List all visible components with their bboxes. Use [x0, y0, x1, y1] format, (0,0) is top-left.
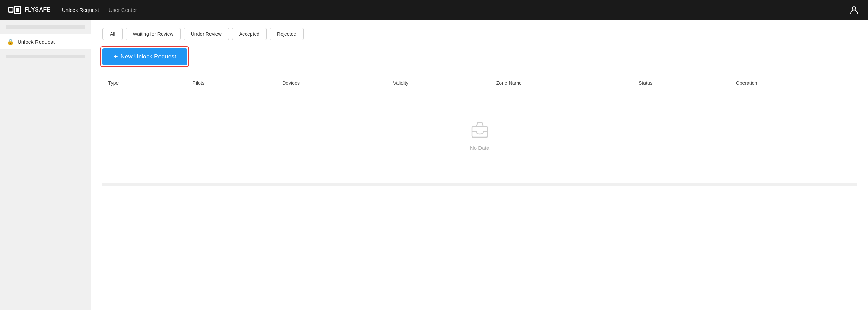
col-pilots: Pilots — [187, 75, 277, 91]
main-content: All Waiting for Review Under Review Acce… — [91, 20, 868, 310]
data-table: Type Pilots Devices Validity Zone Name S… — [102, 75, 857, 172]
navbar-right — [848, 4, 860, 15]
col-type: Type — [102, 75, 187, 91]
col-validity: Validity — [387, 75, 491, 91]
sidebar-bottom-bar — [6, 55, 85, 58]
svg-point-5 — [852, 7, 856, 10]
app-layout: 🔒 Unlock Request All Waiting for Review … — [0, 20, 868, 310]
nav-user-center[interactable]: User Center — [109, 7, 137, 13]
sidebar-top-bar — [6, 25, 85, 29]
nav-links: Unlock Request User Center — [62, 7, 137, 13]
new-unlock-request-button[interactable]: + New Unlock Request — [102, 48, 187, 65]
col-operation: Operation — [730, 75, 857, 91]
navbar: FLYSAFE Unlock Request User Center — [0, 0, 868, 20]
table-header: Type Pilots Devices Validity Zone Name S… — [102, 75, 857, 91]
empty-state-cell: No Data — [102, 91, 857, 172]
filter-tab-rejected[interactable]: Rejected — [270, 28, 304, 40]
col-status: Status — [633, 75, 730, 91]
sidebar: 🔒 Unlock Request — [0, 20, 91, 310]
brand-name: FLYSAFE — [24, 7, 51, 13]
filter-tab-waiting[interactable]: Waiting for Review — [126, 28, 181, 40]
empty-text: No Data — [470, 145, 489, 151]
new-request-label: New Unlock Request — [121, 53, 176, 60]
empty-state: No Data — [102, 91, 857, 172]
plus-icon: + — [114, 53, 118, 60]
empty-inbox-icon — [469, 119, 490, 140]
nav-unlock-request[interactable]: Unlock Request — [62, 7, 99, 13]
logo-area: FLYSAFE — [8, 6, 51, 14]
navbar-left: FLYSAFE Unlock Request User Center — [8, 6, 137, 14]
content-bottom-bar — [102, 183, 857, 186]
filter-tab-under-review[interactable]: Under Review — [184, 28, 229, 40]
filter-tabs: All Waiting for Review Under Review Acce… — [102, 28, 857, 40]
person-icon — [849, 5, 859, 14]
col-devices: Devices — [277, 75, 387, 91]
table-header-row: Type Pilots Devices Validity Zone Name S… — [102, 75, 857, 91]
new-request-wrapper: + New Unlock Request — [102, 48, 187, 65]
table-body: No Data — [102, 91, 857, 172]
empty-state-row: No Data — [102, 91, 857, 172]
col-zone-name: Zone Name — [491, 75, 633, 91]
svg-rect-2 — [9, 8, 13, 12]
filter-tab-accepted[interactable]: Accepted — [232, 28, 267, 40]
svg-rect-4 — [16, 8, 19, 12]
user-icon-button[interactable] — [848, 4, 860, 15]
lock-icon: 🔒 — [7, 38, 14, 45]
filter-tab-all[interactable]: All — [102, 28, 123, 40]
dji-logo-icon — [8, 6, 21, 14]
sidebar-item-unlock-request[interactable]: 🔒 Unlock Request — [0, 34, 91, 49]
sidebar-item-label: Unlock Request — [17, 39, 55, 45]
